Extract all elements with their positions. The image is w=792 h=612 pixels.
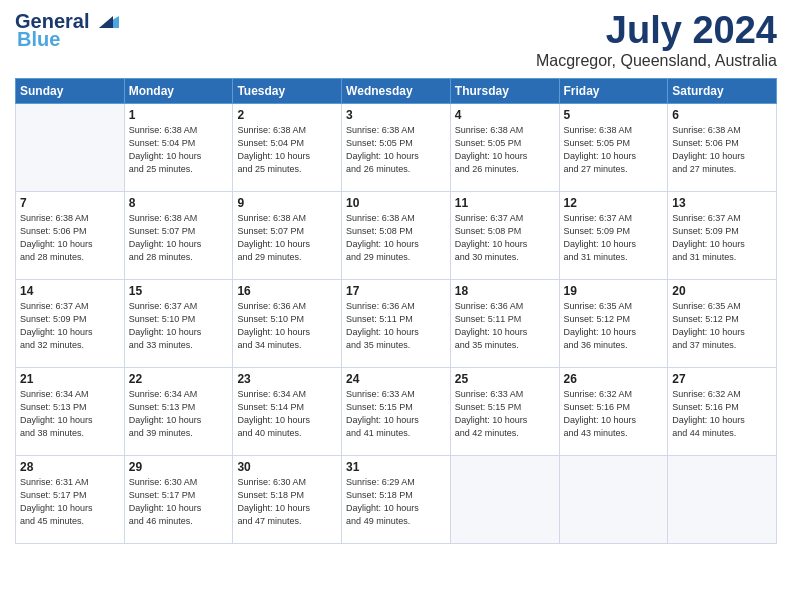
daylight-line1: Daylight: 10 hours xyxy=(455,414,555,427)
daylight-line2: and 43 minutes. xyxy=(564,427,664,440)
sunrise-text: Sunrise: 6:35 AM xyxy=(672,300,772,313)
sunset-text: Sunset: 5:08 PM xyxy=(455,225,555,238)
daylight-line2: and 39 minutes. xyxy=(129,427,229,440)
sunset-text: Sunset: 5:09 PM xyxy=(672,225,772,238)
daylight-line2: and 32 minutes. xyxy=(20,339,120,352)
daylight-line1: Daylight: 10 hours xyxy=(237,150,337,163)
daylight-line2: and 38 minutes. xyxy=(20,427,120,440)
weekday-header-sunday: Sunday xyxy=(16,78,125,103)
day-number: 16 xyxy=(237,284,337,298)
day-info: Sunrise: 6:38 AMSunset: 5:05 PMDaylight:… xyxy=(346,124,446,176)
sunrise-text: Sunrise: 6:32 AM xyxy=(672,388,772,401)
daylight-line2: and 47 minutes. xyxy=(237,515,337,528)
day-info: Sunrise: 6:35 AMSunset: 5:12 PMDaylight:… xyxy=(564,300,664,352)
sunset-text: Sunset: 5:09 PM xyxy=(20,313,120,326)
sunrise-text: Sunrise: 6:37 AM xyxy=(672,212,772,225)
day-cell: 6Sunrise: 6:38 AMSunset: 5:06 PMDaylight… xyxy=(668,103,777,191)
week-row-2: 7Sunrise: 6:38 AMSunset: 5:06 PMDaylight… xyxy=(16,191,777,279)
sunset-text: Sunset: 5:12 PM xyxy=(564,313,664,326)
day-cell: 26Sunrise: 6:32 AMSunset: 5:16 PMDayligh… xyxy=(559,367,668,455)
day-number: 5 xyxy=(564,108,664,122)
daylight-line2: and 28 minutes. xyxy=(129,251,229,264)
sunrise-text: Sunrise: 6:38 AM xyxy=(237,212,337,225)
daylight-line1: Daylight: 10 hours xyxy=(564,326,664,339)
day-cell: 29Sunrise: 6:30 AMSunset: 5:17 PMDayligh… xyxy=(124,455,233,543)
daylight-line1: Daylight: 10 hours xyxy=(672,326,772,339)
day-info: Sunrise: 6:30 AMSunset: 5:17 PMDaylight:… xyxy=(129,476,229,528)
daylight-line2: and 41 minutes. xyxy=(346,427,446,440)
sunrise-text: Sunrise: 6:32 AM xyxy=(564,388,664,401)
week-row-3: 14Sunrise: 6:37 AMSunset: 5:09 PMDayligh… xyxy=(16,279,777,367)
day-cell: 20Sunrise: 6:35 AMSunset: 5:12 PMDayligh… xyxy=(668,279,777,367)
sunset-text: Sunset: 5:04 PM xyxy=(129,137,229,150)
day-number: 31 xyxy=(346,460,446,474)
day-info: Sunrise: 6:38 AMSunset: 5:04 PMDaylight:… xyxy=(129,124,229,176)
week-row-5: 28Sunrise: 6:31 AMSunset: 5:17 PMDayligh… xyxy=(16,455,777,543)
day-cell: 22Sunrise: 6:34 AMSunset: 5:13 PMDayligh… xyxy=(124,367,233,455)
weekday-header-wednesday: Wednesday xyxy=(342,78,451,103)
daylight-line1: Daylight: 10 hours xyxy=(346,326,446,339)
daylight-line2: and 35 minutes. xyxy=(346,339,446,352)
daylight-line2: and 45 minutes. xyxy=(20,515,120,528)
day-cell: 19Sunrise: 6:35 AMSunset: 5:12 PMDayligh… xyxy=(559,279,668,367)
daylight-line1: Daylight: 10 hours xyxy=(564,150,664,163)
daylight-line2: and 31 minutes. xyxy=(672,251,772,264)
day-info: Sunrise: 6:32 AMSunset: 5:16 PMDaylight:… xyxy=(672,388,772,440)
daylight-line2: and 27 minutes. xyxy=(672,163,772,176)
daylight-line2: and 26 minutes. xyxy=(346,163,446,176)
day-info: Sunrise: 6:35 AMSunset: 5:12 PMDaylight:… xyxy=(672,300,772,352)
sunrise-text: Sunrise: 6:38 AM xyxy=(129,212,229,225)
day-info: Sunrise: 6:38 AMSunset: 5:06 PMDaylight:… xyxy=(20,212,120,264)
day-info: Sunrise: 6:34 AMSunset: 5:13 PMDaylight:… xyxy=(20,388,120,440)
daylight-line1: Daylight: 10 hours xyxy=(672,150,772,163)
daylight-line2: and 25 minutes. xyxy=(129,163,229,176)
weekday-header-thursday: Thursday xyxy=(450,78,559,103)
daylight-line2: and 29 minutes. xyxy=(237,251,337,264)
logo-icon xyxy=(91,10,123,32)
page: General Blue July 2024 Macgregor, Queens… xyxy=(0,0,792,612)
day-info: Sunrise: 6:34 AMSunset: 5:14 PMDaylight:… xyxy=(237,388,337,440)
day-number: 2 xyxy=(237,108,337,122)
week-row-4: 21Sunrise: 6:34 AMSunset: 5:13 PMDayligh… xyxy=(16,367,777,455)
day-cell: 25Sunrise: 6:33 AMSunset: 5:15 PMDayligh… xyxy=(450,367,559,455)
sunset-text: Sunset: 5:15 PM xyxy=(346,401,446,414)
daylight-line1: Daylight: 10 hours xyxy=(237,502,337,515)
daylight-line1: Daylight: 10 hours xyxy=(346,414,446,427)
sunrise-text: Sunrise: 6:36 AM xyxy=(346,300,446,313)
day-info: Sunrise: 6:38 AMSunset: 5:08 PMDaylight:… xyxy=(346,212,446,264)
sunrise-text: Sunrise: 6:31 AM xyxy=(20,476,120,489)
sunset-text: Sunset: 5:06 PM xyxy=(20,225,120,238)
day-number: 29 xyxy=(129,460,229,474)
day-cell xyxy=(668,455,777,543)
day-info: Sunrise: 6:38 AMSunset: 5:05 PMDaylight:… xyxy=(455,124,555,176)
sunset-text: Sunset: 5:04 PM xyxy=(237,137,337,150)
day-cell: 11Sunrise: 6:37 AMSunset: 5:08 PMDayligh… xyxy=(450,191,559,279)
day-number: 8 xyxy=(129,196,229,210)
day-cell: 16Sunrise: 6:36 AMSunset: 5:10 PMDayligh… xyxy=(233,279,342,367)
day-cell: 31Sunrise: 6:29 AMSunset: 5:18 PMDayligh… xyxy=(342,455,451,543)
day-number: 21 xyxy=(20,372,120,386)
sunset-text: Sunset: 5:16 PM xyxy=(672,401,772,414)
daylight-line1: Daylight: 10 hours xyxy=(564,414,664,427)
sunset-text: Sunset: 5:15 PM xyxy=(455,401,555,414)
day-number: 25 xyxy=(455,372,555,386)
sunset-text: Sunset: 5:10 PM xyxy=(237,313,337,326)
day-number: 12 xyxy=(564,196,664,210)
header: General Blue July 2024 Macgregor, Queens… xyxy=(15,10,777,70)
daylight-line1: Daylight: 10 hours xyxy=(20,238,120,251)
daylight-line1: Daylight: 10 hours xyxy=(20,326,120,339)
weekday-header-tuesday: Tuesday xyxy=(233,78,342,103)
day-number: 24 xyxy=(346,372,446,386)
sunrise-text: Sunrise: 6:30 AM xyxy=(237,476,337,489)
day-cell: 7Sunrise: 6:38 AMSunset: 5:06 PMDaylight… xyxy=(16,191,125,279)
month-title: July 2024 xyxy=(536,10,777,52)
day-cell: 21Sunrise: 6:34 AMSunset: 5:13 PMDayligh… xyxy=(16,367,125,455)
daylight-line2: and 31 minutes. xyxy=(564,251,664,264)
day-info: Sunrise: 6:37 AMSunset: 5:10 PMDaylight:… xyxy=(129,300,229,352)
day-info: Sunrise: 6:31 AMSunset: 5:17 PMDaylight:… xyxy=(20,476,120,528)
day-info: Sunrise: 6:38 AMSunset: 5:05 PMDaylight:… xyxy=(564,124,664,176)
daylight-line1: Daylight: 10 hours xyxy=(129,238,229,251)
daylight-line2: and 25 minutes. xyxy=(237,163,337,176)
daylight-line2: and 42 minutes. xyxy=(455,427,555,440)
day-info: Sunrise: 6:34 AMSunset: 5:13 PMDaylight:… xyxy=(129,388,229,440)
